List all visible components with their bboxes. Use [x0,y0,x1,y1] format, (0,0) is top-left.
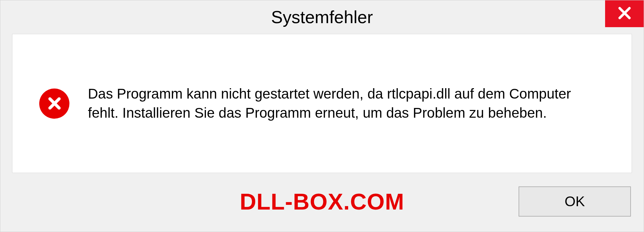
error-icon [39,89,69,119]
footer-bar: DLL-BOX.COM OK [0,181,644,232]
close-icon [616,5,633,23]
ok-button[interactable]: OK [519,186,631,217]
error-dialog: Systemfehler Das Programm kann nicht ges… [0,0,644,232]
error-message: Das Programm kann nicht gestartet werden… [88,84,605,122]
watermark-text: DLL-BOX.COM [240,188,405,215]
close-button[interactable] [605,0,644,27]
title-bar: Systemfehler [0,0,644,34]
dialog-title: Systemfehler [271,7,373,27]
content-area: Das Programm kann nicht gestartet werden… [12,34,632,173]
